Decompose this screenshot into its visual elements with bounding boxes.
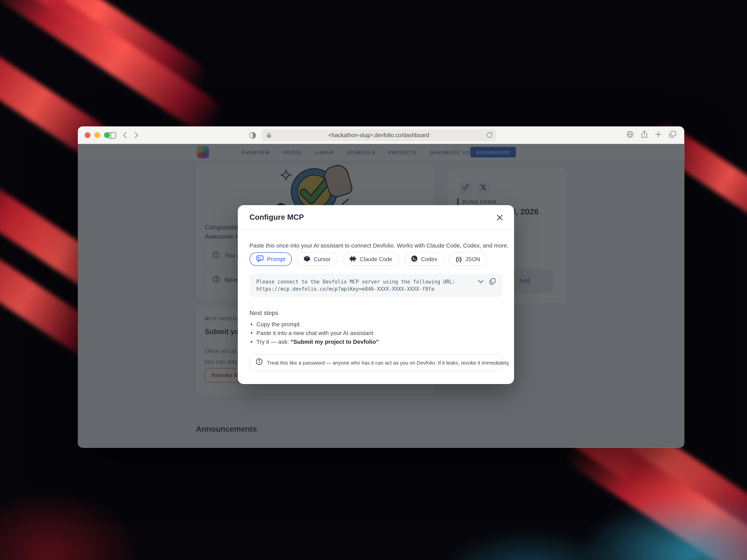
lock-icon	[266, 132, 272, 139]
tab-prompt[interactable]: Prompt	[250, 252, 292, 266]
back-icon[interactable]	[123, 126, 127, 144]
assistant-tabs: Prompt Cursor Claude Code	[250, 252, 487, 266]
sidebar-toggle-icon[interactable]	[108, 126, 116, 144]
prompt-bubble-icon	[256, 255, 264, 263]
reader-mode-icon[interactable]	[249, 126, 256, 144]
codex-icon	[411, 255, 418, 263]
url-text: <hackathon-slug>.devfolio.co/dashboard	[329, 132, 429, 138]
mcp-prompt-codeblock: Please connect to the Devfolio MCP serve…	[250, 274, 503, 297]
forward-icon[interactable]	[134, 126, 139, 144]
copy-icon[interactable]	[489, 278, 496, 287]
step-item: Try it — ask: "Submit my project to Devf…	[251, 338, 379, 347]
new-tab-icon[interactable]	[655, 131, 662, 140]
address-bar[interactable]: <hackathon-slug>.devfolio.co/dashboard	[262, 129, 496, 141]
wallpaper-glow	[0, 491, 141, 560]
browser-toolbar: <hackathon-slug>.devfolio.co/dashboard	[78, 126, 685, 144]
password-warning-box: Treat this like a password — anyone who …	[250, 354, 503, 371]
code-line2: https://mcp.devfolio.co/mcp?apiKey=e846-…	[256, 286, 496, 293]
claude-code-icon	[349, 255, 356, 263]
tab-codex[interactable]: Codex	[404, 252, 444, 266]
step-text: Paste it into a new chat with your AI as…	[256, 329, 373, 337]
step-item: Paste it into a new chat with your AI as…	[251, 329, 379, 338]
tab-label: Claude Code	[360, 256, 392, 262]
tab-label: Codex	[421, 256, 437, 262]
info-circle-icon	[256, 358, 263, 367]
share-icon[interactable]	[641, 130, 648, 140]
chevron-down-icon[interactable]	[478, 278, 484, 287]
close-icon[interactable]	[495, 213, 505, 222]
step-item: Copy the prompt	[251, 321, 379, 329]
cursor-icon	[304, 255, 310, 263]
browser-window: <hackathon-slug>.devfolio.co/dashboard	[78, 126, 685, 448]
tab-overview-icon[interactable]	[669, 131, 676, 140]
json-braces-icon: {i}	[456, 256, 462, 263]
code-line1: Please connect to the Devfolio MCP serve…	[256, 278, 496, 286]
modal-title: Configure MCP	[250, 213, 304, 222]
tab-json[interactable]: {i} JSON	[449, 252, 487, 266]
warning-text: Treat this like a password — anyone who …	[267, 360, 510, 366]
tab-label: JSON	[465, 256, 480, 262]
next-steps-list: Copy the prompt Paste it into a new chat…	[251, 321, 379, 347]
toolbar-right-icons	[626, 126, 676, 144]
codeblock-actions	[478, 278, 496, 287]
step-bold-text: "Submit my project to Devfolio"	[291, 338, 379, 345]
next-steps-label: Next steps	[250, 310, 278, 317]
desktop: <hackathon-slug>.devfolio.co/dashboard	[0, 0, 747, 560]
tab-cursor[interactable]: Cursor	[297, 252, 337, 266]
step-text: Try it — ask: "Submit my project to Devf…	[256, 338, 379, 345]
reload-icon[interactable]	[486, 132, 493, 139]
step-text: Copy the prompt	[256, 321, 300, 328]
window-controls	[85, 132, 110, 138]
tab-label: Cursor	[314, 256, 331, 262]
modal-description: Paste this once into your AI assistant t…	[250, 242, 509, 249]
translate-globe-icon[interactable]	[626, 131, 634, 140]
tab-claude-code[interactable]: Claude Code	[342, 252, 399, 266]
tab-label: Prompt	[267, 256, 285, 262]
close-window-button[interactable]	[85, 132, 91, 138]
minimize-window-button[interactable]	[94, 132, 100, 138]
page-viewport: OVERVIEW PRIZES LINEUP SCHEDULE PROJECTS…	[78, 144, 685, 448]
modal-header: Configure MCP	[238, 205, 514, 230]
configure-mcp-modal: Configure MCP Paste this once into your …	[238, 205, 514, 384]
